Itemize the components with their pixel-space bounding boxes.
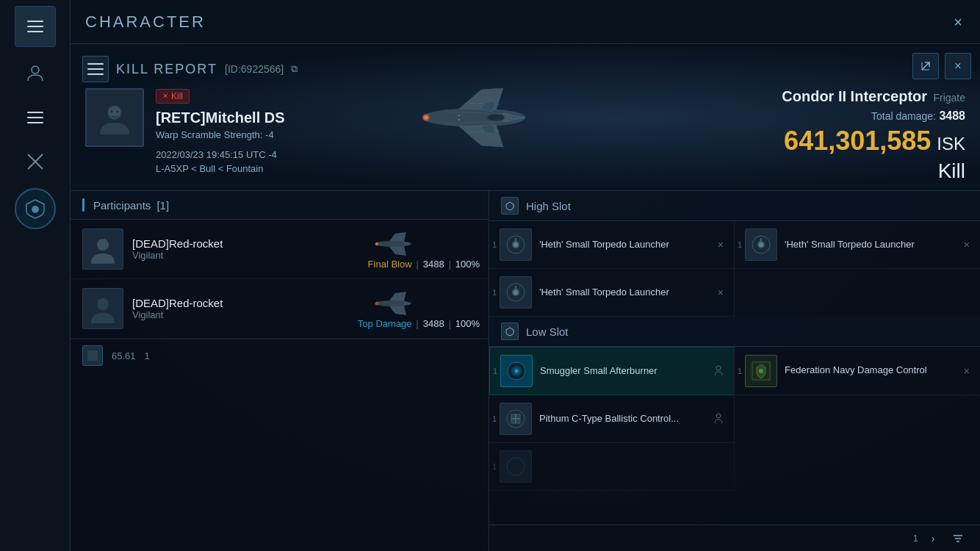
participant-info: [DEAD]Red-rocket Vigilant [132, 297, 477, 320]
svg-marker-40 [389, 306, 406, 315]
slot-number: 1 [492, 414, 497, 423]
high-slot-header: High Slot [489, 191, 980, 221]
kill-datetime: 2022/03/23 19:45:15 UTC -4 [156, 149, 453, 160]
hamburger-icon [27, 21, 43, 32]
isk-value: 641,301,585 [784, 126, 931, 156]
damage-value: 3488 [939, 109, 965, 122]
ballistic-control-name: Pithum C-Type Ballistic Control... [539, 413, 706, 425]
victim-warp-scramble: Warp Scramble Strength: -4 [156, 129, 453, 140]
slot-remove-icon[interactable]: × [964, 365, 970, 377]
person-icon [713, 365, 724, 378]
partial-stat-value: 65.61 [112, 350, 136, 361]
slot-number: 1 [492, 240, 497, 249]
partial-page: 1 [145, 350, 150, 361]
participant-item[interactable]: [DEAD]Red-rocket Vigilant [71, 220, 489, 279]
slots-panel: High Slot 1 'Heth' Small Torpedo Launch [489, 191, 980, 551]
svg-point-41 [375, 302, 379, 306]
topbar-title: CHARACTER [85, 12, 206, 32]
sidebar-badge-icon[interactable] [15, 188, 56, 229]
participants-panel: Participants [1] [DEAD]Red-rocket Vigila… [71, 191, 489, 551]
slot-item[interactable]: 1 [489, 443, 735, 491]
kill-location: L-A5XP < Bull < Fountain [156, 163, 453, 174]
svg-point-0 [32, 66, 39, 73]
next-page-button[interactable]: › [924, 530, 942, 547]
topbar: CHARACTER × [71, 0, 980, 44]
slot-item[interactable]: 1 Federation Navy Damage Control × [735, 347, 980, 395]
participant-item[interactable]: [DEAD]Red-rocket Vigilant [71, 279, 489, 339]
section-bar [82, 198, 84, 212]
stat-percent-value: 100% [455, 318, 480, 329]
menu-lines-icon [27, 112, 43, 123]
slot-item[interactable]: 1 Smuggler Small Afterburner [489, 347, 735, 395]
extra-slot-icon [500, 450, 532, 483]
torpedo-launcher-icon [500, 228, 532, 261]
fed-navy-name: Federation Navy Damage Control [785, 364, 956, 377]
svg-point-35 [97, 298, 109, 310]
person-icon [713, 413, 724, 425]
slot-remove-icon[interactable]: × [964, 239, 970, 251]
svg-point-62 [759, 369, 763, 373]
kill-report-panel: × KILL REPORT [ID:6922566] ⧉ [71, 44, 980, 551]
kill-report-header: × KILL REPORT [ID:6922566] ⧉ [71, 44, 980, 191]
slot-number: 1 [738, 367, 742, 375]
sidebar-character-icon[interactable] [18, 56, 53, 91]
high-slot-grid: 1 'Heth' Small Torpedo Launcher × [489, 221, 980, 317]
report-menu-button[interactable] [82, 56, 109, 82]
svg-marker-31 [389, 246, 406, 256]
low-slot-title: Low Slot [526, 325, 569, 338]
kill-report-title: KILL REPORT [116, 62, 217, 77]
participant-stats: Top Damage | 3488 | 100% [358, 318, 480, 329]
svg-point-6 [109, 107, 120, 118]
stat-top-damage-label: Top Damage [358, 318, 412, 329]
slot-item[interactable]: 1 'Heth' Small Torpedo Launcher × [489, 221, 735, 269]
topbar-close-button[interactable]: × [945, 9, 971, 35]
sidebar-menu-lines-icon[interactable] [18, 100, 53, 135]
slot-remove-icon[interactable]: × [718, 287, 724, 298]
report-menu-icon [87, 63, 104, 75]
afterburner-name: Smuggler Small Afterburner [540, 365, 706, 378]
torpedo-launcher-name: 'Heth' Small Torpedo Launcher [539, 239, 710, 251]
kill-report-content: Participants [1] [DEAD]Red-rocket Vigila… [71, 191, 980, 551]
isk-label: ISK [937, 134, 965, 154]
page-label: 1 [913, 533, 918, 544]
export-button[interactable] [912, 53, 939, 79]
kill-report-id: [ID:6922566] [225, 63, 284, 75]
ballistic-control-icon [500, 403, 532, 435]
participant-ship-img [364, 285, 422, 322]
sidebar-combat-icon[interactable] [18, 144, 53, 179]
svg-rect-42 [87, 350, 98, 361]
fed-navy-icon [745, 355, 777, 387]
stat-damage-value: 3488 [423, 259, 444, 270]
participant-info: [DEAD]Red-rocket Vigilant [132, 237, 477, 261]
victim-name: [RETC]Mitchell DS [156, 109, 453, 126]
svg-point-58 [515, 370, 518, 372]
low-slot-grid: 1 Smuggler Small Afterburner [489, 347, 980, 443]
copy-icon[interactable]: ⧉ [291, 63, 298, 75]
low-slot-icon [501, 323, 519, 340]
slot-number: 1 [492, 462, 497, 471]
partial-participant-row[interactable]: 65.61 1 [71, 339, 489, 372]
svg-point-33 [376, 243, 378, 245]
slot-item[interactable]: 1 'Heth' Small Torpedo Launcher × [735, 221, 980, 269]
svg-point-3 [32, 206, 39, 213]
torpedo-launcher-icon [500, 276, 532, 309]
svg-point-68 [507, 458, 525, 475]
torpedo-launcher-icon [745, 228, 777, 261]
svg-marker-39 [389, 292, 406, 301]
filter-button[interactable] [948, 528, 968, 549]
torpedo-launcher-name: 'Heth' Small Torpedo Launcher [785, 239, 956, 251]
stat-damage-value: 3488 [423, 318, 444, 329]
svg-point-49 [759, 242, 763, 247]
high-slot-icon [501, 197, 519, 215]
slot-item[interactable]: 1 'Heth' Small Torpedo Launcher × [489, 269, 735, 317]
close-report-button[interactable]: × [945, 53, 971, 79]
kill-report-actions: × [912, 53, 971, 79]
stat-final-blow-label: Final Blow [368, 259, 412, 270]
high-slot-title: High Slot [526, 200, 571, 212]
svg-marker-30 [389, 232, 406, 242]
slot-remove-icon[interactable]: × [718, 239, 724, 251]
sidebar [0, 0, 71, 551]
slot-item[interactable]: 1 Pithum C-Type Ballistic Control... [489, 395, 735, 443]
bottom-bar: 1 › [489, 525, 980, 551]
sidebar-menu-button[interactable] [15, 6, 56, 47]
